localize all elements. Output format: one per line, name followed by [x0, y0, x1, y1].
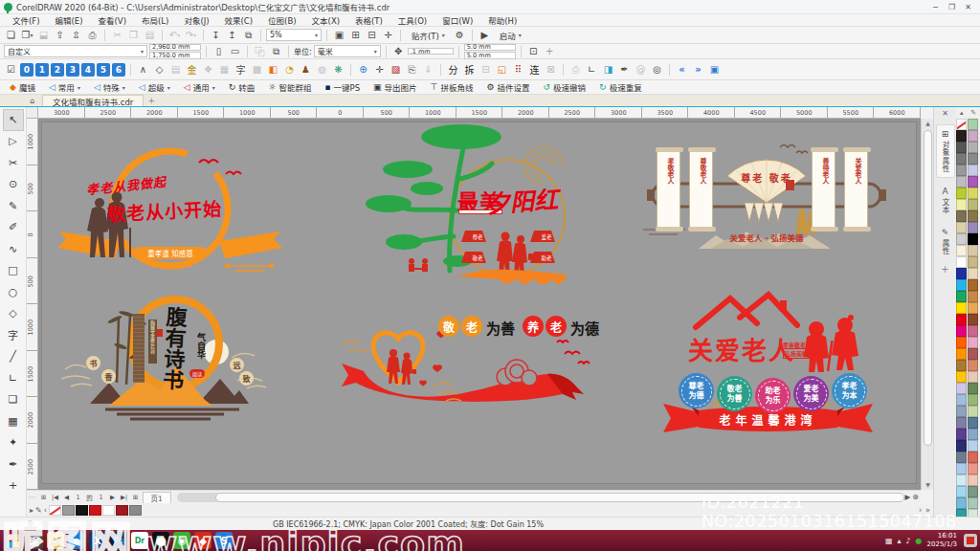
target-icon[interactable]: ◎ [650, 62, 664, 77]
vertical-scroll-thumb[interactable] [924, 130, 932, 446]
character-tool-icon[interactable]: 字 [234, 62, 248, 77]
clock[interactable]: 16:01 2025/1/3 [927, 532, 959, 549]
layer-5-button[interactable]: 5 [97, 63, 110, 77]
duplicate-x-field[interactable]: 5.0 mm [464, 44, 516, 52]
menu-edit[interactable]: 编辑(E) [49, 14, 90, 26]
netease-app-icon[interactable]: ◆ [194, 532, 212, 549]
close-button[interactable]: ✕ [960, 1, 976, 13]
no-color-swatch[interactable] [49, 505, 61, 516]
color-swatch[interactable] [956, 165, 967, 176]
cross-icon[interactable]: ✛ [372, 62, 387, 77]
convert-curves-button[interactable]: ↻转曲 [223, 81, 261, 93]
cloud-download-icon[interactable]: ⇫ [69, 28, 83, 42]
snap-to-dropdown[interactable]: 贴齐(T)▾ [406, 30, 451, 41]
vertical-scrollbar[interactable]: ▲ ▼ [921, 119, 933, 490]
portrait-icon[interactable]: ▯ [212, 44, 226, 58]
lock-icon[interactable]: ⊠ [544, 62, 558, 77]
color-swatch[interactable] [956, 452, 967, 463]
color-swatch[interactable] [116, 505, 128, 516]
new-document-icon[interactable]: ❏ [4, 28, 18, 42]
color-swatch[interactable] [956, 394, 967, 406]
gold-text-icon[interactable]: 金 [185, 62, 199, 77]
undo-icon[interactable]: ↶▾ [167, 28, 182, 42]
cloud-upload-icon[interactable]: ⇪ [53, 28, 67, 42]
add-tool-icon[interactable]: + [3, 475, 24, 497]
color-swatch[interactable] [956, 440, 967, 452]
color-swatch[interactable] [968, 497, 978, 509]
export-icon[interactable]: ↥ [225, 28, 239, 42]
status-gear-icon[interactable]: ⚙ [27, 519, 33, 528]
eyedropper-tool-icon[interactable]: ✦ [3, 432, 24, 454]
color-swatch[interactable] [956, 486, 967, 497]
color-swatch[interactable] [956, 130, 967, 142]
checkbox-icon[interactable]: ☑ [4, 62, 18, 77]
tray-icon[interactable]: ⊟ [479, 62, 493, 77]
pen-line-icon[interactable]: ∧ [136, 62, 150, 77]
dimension-tool-icon[interactable]: ╱ [3, 346, 24, 368]
first-page-icon[interactable]: |◀ [51, 494, 60, 501]
page-width-field[interactable]: 2,960.0 mm [149, 44, 201, 52]
docpal-left-icon[interactable]: ‹ [44, 506, 47, 515]
color-swatch[interactable] [89, 505, 101, 516]
options-gear-icon[interactable]: ⚙ [453, 28, 467, 42]
color-swatch[interactable] [968, 142, 978, 153]
color-swatch[interactable] [968, 371, 978, 383]
redo-icon[interactable]: ↷▾ [184, 28, 198, 42]
new-tab-button[interactable]: + [144, 95, 159, 106]
palette-options-icon[interactable]: ✎ [970, 109, 976, 117]
photoshop-icon[interactable]: Ps [110, 532, 127, 549]
color-swatch[interactable] [956, 153, 967, 165]
pan-right-icon[interactable]: ▶ [905, 493, 911, 501]
layer-6-button[interactable]: 6 [112, 63, 125, 77]
show-rulers-icon[interactable]: ⊞ [348, 28, 363, 42]
qq-icon[interactable]: ⬤ [152, 532, 169, 549]
cut-icon[interactable]: ✂ [110, 28, 124, 42]
color-swatch[interactable] [956, 302, 967, 314]
ellipse-tool-icon[interactable]: ○ [3, 281, 24, 303]
smart-group-button[interactable]: ☼智能群组 [262, 81, 317, 93]
zoom-toggle-icon[interactable]: ⊕ [912, 493, 919, 501]
drop-shadow-tool-icon[interactable]: ❏ [3, 389, 24, 411]
layer-3-button[interactable]: 3 [66, 63, 79, 77]
color-swatch[interactable] [968, 314, 978, 325]
color-swatch[interactable] [956, 474, 967, 486]
break-label[interactable]: 拆 [462, 62, 477, 77]
color-swatch[interactable] [956, 429, 967, 440]
pages-icon[interactable]: ⎘ [405, 62, 419, 77]
color-swatch[interactable] [968, 452, 978, 463]
color-swatch[interactable] [968, 440, 978, 452]
next-page-icon[interactable]: ▶ [108, 494, 118, 501]
copy-icon[interactable]: ❐ [126, 28, 141, 42]
layer-0-button[interactable]: 0 [20, 63, 33, 77]
design-fuyoushishu[interactable]: 胸藏文墨怀若谷 腹有诗书 气自华 阅读 书 香 远 致 [59, 287, 287, 442]
color-swatch[interactable] [956, 199, 967, 210]
menu-window[interactable]: 窗口(W) [435, 14, 479, 26]
paste-icon[interactable]: ▤ [143, 28, 157, 42]
show-grid-icon[interactable]: ⊟ [365, 28, 379, 42]
zoom-tool-icon[interactable]: ⊙ [3, 174, 24, 196]
color-swatch[interactable] [102, 505, 115, 516]
magic-mirror-button[interactable]: ◆魔镜 [4, 81, 41, 93]
menu-bitmaps[interactable]: 位图(B) [261, 14, 302, 26]
color-half-icon[interactable]: ◨ [601, 62, 615, 77]
color-swatch[interactable] [956, 142, 967, 153]
no-color-swatch[interactable] [956, 119, 967, 130]
nudge-field[interactable]: .1 mm [408, 48, 454, 55]
common-dropdown[interactable]: ◁常用▾ [43, 81, 86, 93]
color-swatch[interactable] [968, 406, 978, 417]
connect-label[interactable]: 连 [527, 62, 542, 77]
horizontal-ruler[interactable]: 3000250020001500100050005001000150020002… [38, 107, 921, 119]
fast-redo-button[interactable]: ↻极速重复 [593, 81, 648, 93]
monitor-icon[interactable]: ▣ [707, 62, 722, 77]
color-swatch[interactable] [968, 119, 978, 130]
color-swatch[interactable] [956, 325, 967, 337]
color-swatch[interactable] [956, 360, 967, 371]
color-swatch[interactable] [968, 165, 978, 176]
pick-tool-icon[interactable]: ↖ [3, 109, 24, 131]
color-swatch[interactable] [968, 394, 978, 406]
corner-orange-icon[interactable]: ◱ [495, 62, 509, 77]
color-swatch[interactable] [968, 325, 978, 337]
keyboard-tray-icon[interactable]: ▦ [885, 537, 893, 545]
layer-4-button[interactable]: 4 [81, 63, 95, 77]
ruler-corner[interactable] [27, 107, 38, 119]
